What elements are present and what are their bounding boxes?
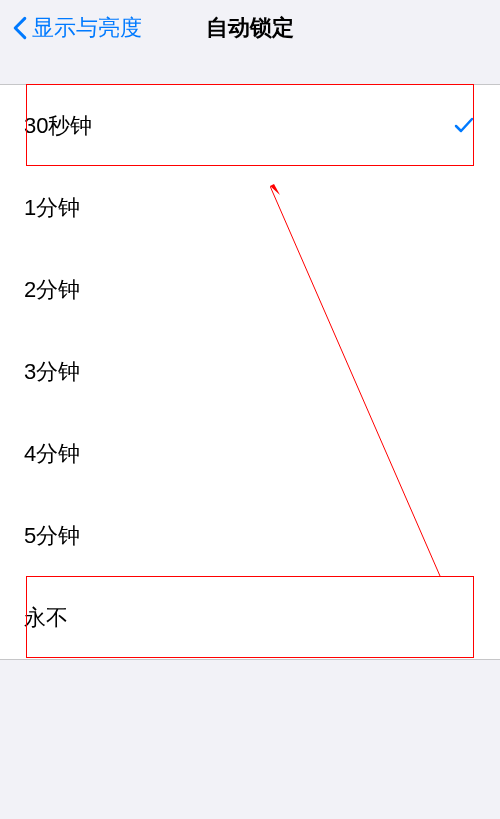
page-title: 自动锁定 [206,13,294,43]
option-label: 永不 [24,603,68,633]
back-button[interactable]: 显示与亮度 [12,13,142,43]
option-label: 30秒钟 [24,111,92,141]
option-1-minute[interactable]: 1分钟 [0,167,500,249]
option-label: 3分钟 [24,357,80,387]
option-30-seconds[interactable]: 30秒钟 [0,85,500,167]
option-4-minutes[interactable]: 4分钟 [0,413,500,495]
option-label: 2分钟 [24,275,80,305]
checkmark-icon [452,114,476,138]
option-label: 1分钟 [24,193,80,223]
header-bar: 显示与亮度 自动锁定 [0,0,500,56]
back-label: 显示与亮度 [32,13,142,43]
option-label: 4分钟 [24,439,80,469]
option-label: 5分钟 [24,521,80,551]
option-2-minutes[interactable]: 2分钟 [0,249,500,331]
option-3-minutes[interactable]: 3分钟 [0,331,500,413]
option-never[interactable]: 永不 [0,577,500,659]
options-list: 30秒钟 1分钟 2分钟 3分钟 4分钟 5分钟 永不 [0,84,500,660]
chevron-left-icon [12,16,28,40]
option-5-minutes[interactable]: 5分钟 [0,495,500,577]
